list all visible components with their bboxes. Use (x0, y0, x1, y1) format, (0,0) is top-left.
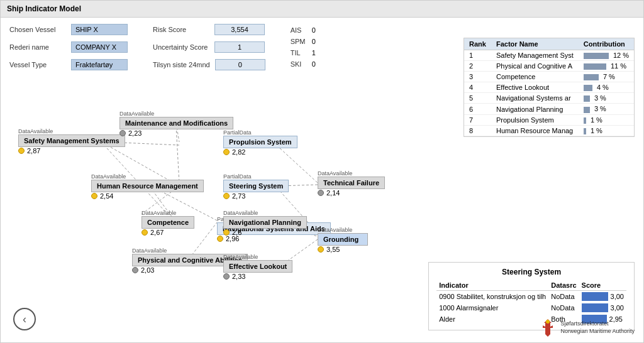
node-nav-planning: DataAvailable Navigational Planning 2,6 (223, 210, 307, 236)
node-technical-failure: DataAvailable Technical Failure 2,14 (318, 170, 385, 197)
rank-cell: 1 (464, 50, 491, 61)
indicator-col: Indicator (436, 280, 548, 291)
risk-score-label: Risk Score (153, 26, 209, 33)
rank-row: 5 Navigational Systems ar 3 % (464, 93, 634, 104)
contribution-pct: 3 % (594, 105, 606, 112)
rank-row: 3 Competence 7 % (464, 72, 634, 82)
factor-cell: Competence (491, 72, 579, 82)
score-steering: 2,73 (232, 192, 245, 200)
factor-col-header: Factor Name (491, 38, 579, 50)
score-competence: 2,67 (150, 229, 164, 236)
steering-indicator: 1000 Alarmsignaler (436, 302, 548, 313)
rank-cell: 2 (464, 61, 491, 72)
dot-grounding (318, 246, 324, 253)
dot-propulsion (223, 149, 230, 155)
contribution-pct: 1 % (591, 127, 602, 134)
til-label: TIL (291, 49, 308, 57)
contribution-pct: 12 % (613, 52, 629, 59)
dot-steering (223, 193, 230, 199)
score-val: 3,00 (611, 293, 624, 300)
node-steering: PartialData Steering System 2,73 (223, 173, 289, 200)
contribution-bar (584, 128, 586, 134)
contribution-cell: 12 % (579, 50, 634, 61)
rank-table: Rank Factor Name Contribution 1 Safety M… (464, 38, 635, 137)
risk-scores: Risk Score 3,554 Uncertainty Score 1 Til… (153, 24, 265, 70)
node-competence: DataAvailable Competence 2,67 (142, 210, 194, 236)
steering-popup-title: Steering System (436, 268, 626, 276)
chosen-vessel-label: Chosen Vessel (9, 26, 66, 33)
node-human-resource: DataAvailable Human Resource Management … (91, 173, 204, 200)
rank-row: 7 Propulsion System 1 % (464, 114, 634, 125)
chosen-vessel-value: SHIP X (71, 24, 128, 35)
factor-cell: Navigational Planning (491, 104, 579, 114)
til-value: 1 (312, 49, 316, 57)
risk-score-value: 3,554 (214, 24, 265, 35)
ais-value: 0 (312, 26, 316, 34)
svg-point-17 (546, 320, 550, 324)
factor-cell: Safety Management Syst (491, 50, 579, 61)
score-maintenance: 2,23 (128, 129, 142, 137)
contribution-bar (584, 74, 599, 80)
steering-score: 3,00 (579, 302, 626, 313)
vessel-type-label: Vessel Type (9, 61, 66, 68)
node-maintenance: DataAvailable Maintenance and Modificati… (119, 111, 233, 137)
node-grounding: DataAvailable Grounding 3,55 (318, 227, 368, 253)
factor-cell: Physical and Cognitive A (491, 61, 579, 72)
app-window: Ship Indicator Model Chosen Vessel SHIP … (0, 0, 644, 343)
steering-score: 3,00 (579, 291, 626, 303)
back-icon: ‹ (23, 313, 26, 326)
dot-safety (18, 148, 25, 154)
score-technical: 2,14 (326, 189, 340, 197)
score-lookout: 2,33 (232, 273, 245, 280)
factor-cell: Navigational Systems ar (491, 93, 579, 104)
back-button[interactable]: ‹ (13, 308, 36, 330)
score-nav-planning: 2,6 (232, 229, 242, 236)
dot-nav-systems (217, 236, 223, 242)
dot-technical (318, 190, 324, 196)
rank-cell: 8 (464, 125, 491, 136)
datasrc-col: Datasrc (548, 280, 579, 291)
ski-value: 0 (312, 60, 316, 68)
rank-row: 8 Human Resource Manag 1 % (464, 125, 634, 136)
rank-row: 4 Effective Lookout 4 % (464, 82, 634, 93)
node-effective-lookout: DataAvailable Effective Lookout 2,33 (223, 254, 292, 280)
score-val: 3,00 (611, 304, 624, 312)
logo-subtitle: Norwegian Maritime Authority (560, 328, 635, 335)
rank-cell: 4 (464, 82, 491, 93)
main-content: Chosen Vessel SHIP X Rederi name COMPANY… (1, 18, 643, 343)
contribution-bar (584, 117, 586, 124)
ais-label: AIS (291, 26, 308, 34)
node-safety-management: DataAvailable Safety Management Systems … (18, 128, 125, 155)
rank-cell: 3 (464, 72, 491, 82)
rederi-value: COMPANY X (71, 41, 128, 53)
rank-row: 2 Physical and Cognitive A 11 % (464, 61, 634, 72)
contribution-bar (584, 53, 609, 59)
rank-cell: 7 (464, 114, 491, 125)
rank-col-header: Rank (464, 38, 491, 50)
network-diagram: DataAvailable Safety Management Systems … (9, 111, 425, 337)
rederi-label: Rederi name (9, 43, 66, 51)
contribution-pct: 11 % (611, 62, 626, 70)
contribution-pct: 1 % (591, 116, 602, 124)
app-title: Ship Indicator Model (7, 4, 81, 13)
rank-row: 1 Safety Management Syst 12 % (464, 50, 634, 61)
dot-maintenance (119, 130, 126, 136)
contribution-cell: 4 % (579, 82, 634, 93)
spm-label: SPM (291, 38, 308, 45)
ais-indicators: AIS 0 SPM 0 TIL 1 SKI 0 (291, 26, 316, 68)
rank-cell: 5 (464, 93, 491, 104)
dot-human (91, 193, 97, 199)
ski-label: SKI (291, 60, 308, 68)
steering-row: 1000 Alarmsignaler NoData 3,00 (436, 302, 626, 313)
tilsyn-label: Tilsyn siste 24mnd (153, 61, 210, 68)
score-propulsion: 2,82 (232, 148, 245, 156)
score-bar (582, 303, 608, 312)
contribution-cell: 7 % (579, 72, 634, 82)
factor-cell: Effective Lookout (491, 82, 579, 93)
contribution-cell: 3 % (579, 104, 634, 114)
contribution-bar (584, 63, 606, 70)
score-bar (582, 292, 608, 301)
score-physical: 2,03 (141, 266, 154, 274)
contribution-cell: 11 % (579, 61, 634, 72)
contribution-cell: 3 % (579, 93, 634, 104)
